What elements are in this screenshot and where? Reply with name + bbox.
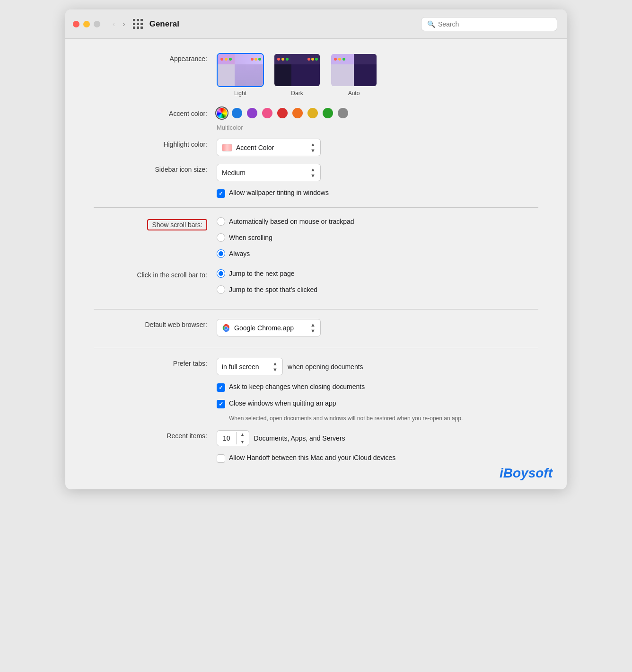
handoff-text: Allow Handoff between this Mac and your … <box>229 454 395 461</box>
chevron-updown-icon-4: ▲▼ <box>272 361 278 372</box>
close-windows-checkbox-row: ✓ Close windows when quitting an app <box>217 399 538 408</box>
scroll-auto-row: Automatically based on mouse or trackpad <box>217 217 538 226</box>
prefer-tabs-select[interactable]: in full screen ▲▼ <box>217 358 283 375</box>
accent-yellow[interactable] <box>307 108 318 118</box>
svg-point-2 <box>225 327 228 329</box>
click-scroll-bar-label: Click in the scroll bar to: <box>94 269 217 279</box>
appearance-auto[interactable]: Auto <box>330 53 377 97</box>
search-input[interactable] <box>438 20 551 28</box>
click-spot-text: Jump to the spot that's clicked <box>229 286 317 293</box>
ask-keep-changes-text: Ask to keep changes when closing documen… <box>229 383 365 390</box>
accent-selected-label: Multicolor <box>217 124 538 131</box>
ask-keep-changes-empty <box>94 383 217 385</box>
checkmark-icon-2: ✓ <box>219 384 223 391</box>
chevron-updown-icon-2: ▲▼ <box>310 167 316 178</box>
sidebar-icon-size-label: Sidebar icon size: <box>94 164 217 173</box>
search-box[interactable]: 🔍 <box>421 17 557 31</box>
appearance-label: Appearance: <box>94 53 217 62</box>
highlight-color-value: Accent Color <box>236 144 274 151</box>
handoff-checkbox-row: Allow Handoff between this Mac and your … <box>217 454 538 463</box>
close-windows-control: ✓ Close windows when quitting an app Whe… <box>217 399 538 423</box>
highlight-color-control: Accent Color ▲▼ <box>217 139 538 156</box>
accent-purple[interactable] <box>247 108 257 118</box>
default-browser-value: Google Chrome.app <box>234 324 294 332</box>
close-windows-empty <box>94 399 217 401</box>
forward-button[interactable]: › <box>120 18 128 30</box>
wallpaper-tinting-control: ✓ Allow wallpaper tinting in windows <box>217 189 538 198</box>
sidebar-icon-size-select[interactable]: Medium ▲▼ <box>217 164 321 181</box>
accent-color-label: Accent color: <box>94 108 217 117</box>
show-scroll-bars-control: Automatically based on mouse or trackpad… <box>217 217 538 262</box>
scroll-when-row: When scrolling <box>217 233 538 242</box>
minimize-button[interactable] <box>83 21 90 27</box>
prefer-tabs-suffix: when opening documents <box>288 363 363 371</box>
traffic-lights <box>73 21 100 27</box>
scroll-always-radio[interactable] <box>217 249 225 258</box>
divider-2 <box>94 309 538 309</box>
wallpaper-tinting-empty-label <box>94 189 217 191</box>
accent-colors <box>217 108 538 118</box>
accent-red[interactable] <box>277 108 288 118</box>
accent-green[interactable] <box>323 108 333 118</box>
radio-inner-icon <box>219 251 223 256</box>
accent-pink[interactable] <box>262 108 272 118</box>
click-next-page-radio[interactable] <box>217 269 225 278</box>
default-browser-select[interactable]: Google Chrome.app ▲▼ <box>217 319 321 336</box>
prefer-tabs-row: Prefer tabs: in full screen ▲▼ when open… <box>94 358 538 375</box>
wallpaper-tinting-row: ✓ Allow wallpaper tinting in windows <box>94 189 538 198</box>
prefer-tabs-value: in full screen <box>222 363 259 371</box>
ask-keep-changes-checkbox[interactable]: ✓ <box>217 383 225 392</box>
prefer-tabs-control: in full screen ▲▼ when opening documents <box>217 358 538 375</box>
prefer-tabs-label: Prefer tabs: <box>94 358 217 367</box>
sidebar-icon-size-value: Medium <box>222 169 246 177</box>
appearance-dark[interactable]: Dark <box>273 53 321 97</box>
appearance-dark-label: Dark <box>291 90 303 97</box>
chevron-updown-icon-3: ▲▼ <box>310 322 316 334</box>
maximize-button[interactable] <box>94 21 100 27</box>
search-icon: 🔍 <box>427 20 435 28</box>
scroll-always-row: Always <box>217 249 538 258</box>
watermark: iBoysoft <box>500 466 553 481</box>
highlight-swatch <box>222 144 232 151</box>
accent-graphite[interactable] <box>338 108 348 118</box>
default-browser-label: Default web browser: <box>94 319 217 328</box>
click-scroll-bar-row: Click in the scroll bar to: Jump to the … <box>94 269 538 298</box>
close-windows-row: ✓ Close windows when quitting an app Whe… <box>94 399 538 423</box>
close-windows-text: Close windows when quitting an app <box>229 399 336 407</box>
back-button[interactable]: ‹ <box>110 18 118 30</box>
handoff-control: Allow Handoff between this Mac and your … <box>217 454 538 463</box>
close-windows-checkbox[interactable]: ✓ <box>217 400 225 408</box>
close-windows-note: When selected, open documents and window… <box>229 414 475 423</box>
highlight-color-select[interactable]: Accent Color ▲▼ <box>217 139 321 156</box>
click-spot-radio[interactable] <box>217 285 225 294</box>
appearance-control: Light <box>217 53 538 97</box>
close-button[interactable] <box>73 21 79 27</box>
stepper-down-button[interactable]: ▼ <box>237 438 249 446</box>
accent-orange[interactable] <box>292 108 303 118</box>
titlebar: ‹ › General 🔍 <box>65 9 567 39</box>
wallpaper-tinting-checkbox[interactable]: ✓ <box>217 189 225 198</box>
grid-icon[interactable] <box>133 19 143 29</box>
appearance-options: Light <box>217 53 538 97</box>
appearance-thumbnail-light <box>217 53 264 87</box>
appearance-light-label: Light <box>234 90 246 97</box>
sidebar-icon-size-control: Medium ▲▼ <box>217 164 538 181</box>
radio-inner-icon-2 <box>219 271 223 276</box>
recent-items-control: 10 ▲ ▼ Documents, Apps, and Servers <box>217 430 538 446</box>
recent-items-label: Recent items: <box>94 430 217 440</box>
nav-buttons: ‹ › <box>110 18 128 30</box>
recent-items-value: 10 <box>217 432 237 444</box>
appearance-light[interactable]: Light <box>217 53 264 97</box>
handoff-checkbox[interactable] <box>217 454 225 463</box>
scroll-auto-radio[interactable] <box>217 217 225 226</box>
accent-blue[interactable] <box>232 108 242 118</box>
scroll-when-radio[interactable] <box>217 233 225 242</box>
checkmark-icon: ✓ <box>219 190 223 197</box>
scroll-when-text: When scrolling <box>229 234 272 241</box>
highlight-color-label: Highlight color: <box>94 139 217 148</box>
click-spot-row: Jump to the spot that's clicked <box>217 285 538 294</box>
accent-multicolor[interactable] <box>217 108 227 118</box>
show-scroll-bars-highlight: Show scroll bars: <box>147 219 207 230</box>
stepper-up-button[interactable]: ▲ <box>237 431 249 438</box>
recent-items-stepper[interactable]: 10 ▲ ▼ <box>217 430 249 446</box>
